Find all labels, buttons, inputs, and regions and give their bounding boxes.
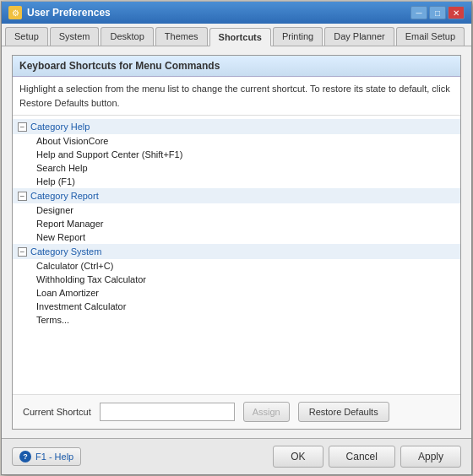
window-title: User Preferences (27, 7, 111, 19)
list-item[interactable]: Help (F1) (13, 175, 460, 188)
collapse-icon: − (18, 192, 27, 201)
list-item[interactable]: Investment Calculator (13, 300, 460, 313)
tab-day-planner[interactable]: Day Planner (324, 27, 394, 46)
tab-themes[interactable]: Themes (155, 27, 208, 46)
category-help-label: Category Help (30, 122, 90, 132)
tab-setup[interactable]: Setup (5, 27, 48, 46)
panel-header: Keyboard Shortcuts for Menu Commands (13, 56, 460, 77)
help-icon: ? (19, 451, 31, 462)
close-button[interactable]: ✕ (448, 6, 465, 19)
tab-printing[interactable]: Printing (273, 27, 323, 46)
category-system-label: Category System (30, 246, 101, 257)
title-bar-left: ⚙ User Preferences (8, 6, 111, 19)
restore-defaults-button[interactable]: Restore Defaults (298, 402, 389, 422)
shortcuts-panel: Keyboard Shortcuts for Menu Commands Hig… (12, 55, 461, 430)
window-icon: ⚙ (8, 6, 22, 19)
category-report[interactable]: − Category Report (13, 188, 460, 203)
maximize-button[interactable]: □ (429, 6, 446, 19)
tab-bar: Setup System Desktop Themes Shortcuts Pr… (2, 24, 471, 46)
list-item[interactable]: Help and Support Center (Shift+F1) (13, 148, 460, 161)
tab-system[interactable]: System (50, 27, 100, 46)
list-item[interactable]: Designer (13, 203, 460, 217)
shortcut-row: Current Shortcut Assign Restore Defaults (13, 394, 460, 429)
list-item[interactable]: Withholding Tax Calculator (13, 273, 460, 286)
tab-desktop[interactable]: Desktop (101, 27, 153, 46)
list-item[interactable]: Report Manager (13, 217, 460, 230)
cancel-button[interactable]: Cancel (329, 446, 395, 468)
content-area: Keyboard Shortcuts for Menu Commands Hig… (2, 46, 471, 438)
collapse-icon: − (18, 122, 27, 132)
current-shortcut-label: Current Shortcut (23, 407, 91, 417)
assign-button[interactable]: Assign (243, 402, 290, 422)
list-item[interactable]: New Report (13, 230, 460, 244)
bottom-bar: ? F1 - Help OK Cancel Apply (2, 438, 471, 474)
apply-button[interactable]: Apply (400, 446, 461, 468)
tree-container[interactable]: − Category Help About VisionCore Help an… (13, 116, 460, 394)
category-report-label: Category Report (30, 191, 99, 201)
list-item[interactable]: About VisionCore (13, 134, 460, 148)
list-item[interactable]: Calculator (Ctrl+C) (13, 259, 460, 273)
bottom-right-buttons: OK Cancel Apply (273, 446, 461, 468)
panel-description: Highlight a selection from the menu list… (13, 77, 460, 116)
collapse-icon: − (18, 247, 27, 257)
category-system[interactable]: − Category System (13, 244, 460, 259)
current-shortcut-input[interactable] (100, 403, 235, 421)
list-item[interactable]: Terms... (13, 313, 460, 327)
help-label: F1 - Help (35, 452, 73, 462)
ok-button[interactable]: OK (273, 446, 323, 468)
title-buttons: ─ □ ✕ (410, 6, 465, 19)
category-help[interactable]: − Category Help (13, 119, 460, 134)
title-bar: ⚙ User Preferences ─ □ ✕ (2, 2, 471, 24)
list-item[interactable]: Search Help (13, 161, 460, 175)
tab-email-setup[interactable]: Email Setup (396, 27, 465, 46)
minimize-button[interactable]: ─ (410, 6, 427, 19)
list-item[interactable]: Loan Amortizer (13, 286, 460, 300)
main-window: ⚙ User Preferences ─ □ ✕ Setup System De… (1, 1, 472, 475)
help-button[interactable]: ? F1 - Help (12, 447, 81, 466)
tab-shortcuts[interactable]: Shortcuts (209, 28, 271, 46)
